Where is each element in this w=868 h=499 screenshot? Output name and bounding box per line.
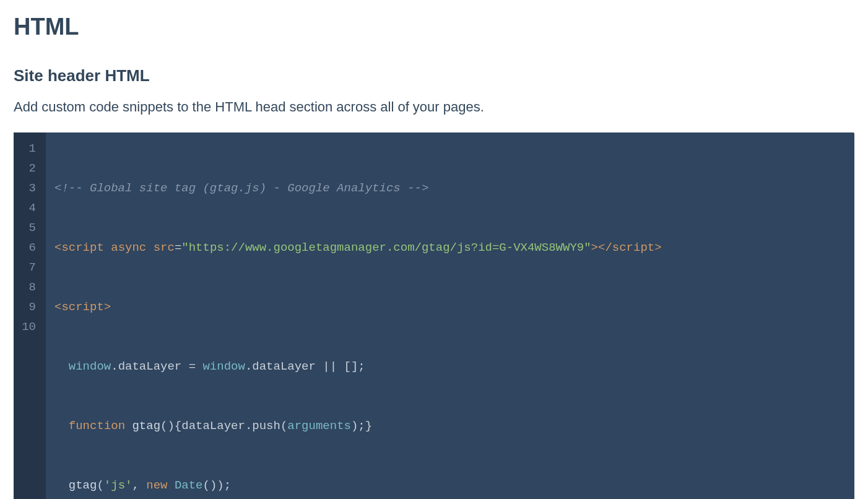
section-title: HTML [14,14,854,40]
line-number: 7 [14,258,41,277]
line-number: 9 [14,297,41,317]
code-line: <script async src="https://www.googletag… [54,238,846,258]
line-number: 2 [14,158,41,178]
code-line: function gtag(){dataLayer.push(arguments… [54,416,846,436]
line-number: 10 [14,317,41,337]
code-line: <!-- Global site tag (gtag.js) - Google … [54,178,846,198]
code-line: gtag('js', new Date()); [54,475,846,495]
subsection-title: Site header HTML [14,66,854,85]
code-line: window.dataLayer = window.dataLayer || [… [54,357,846,376]
line-number-gutter: 1 2 3 4 5 6 7 8 9 10 [14,132,46,499]
code-content[interactable]: <!-- Global site tag (gtag.js) - Google … [46,132,854,499]
section-description: Add custom code snippets to the HTML hea… [14,99,854,115]
line-number: 1 [14,139,41,158]
line-number: 4 [14,198,41,218]
line-number: 8 [14,277,41,297]
line-number: 3 [14,178,41,198]
code-line: <script> [54,297,846,317]
line-number: 6 [14,238,41,258]
code-editor[interactable]: 1 2 3 4 5 6 7 8 9 10 <!-- Global site ta… [14,132,854,499]
line-number: 5 [14,218,41,238]
